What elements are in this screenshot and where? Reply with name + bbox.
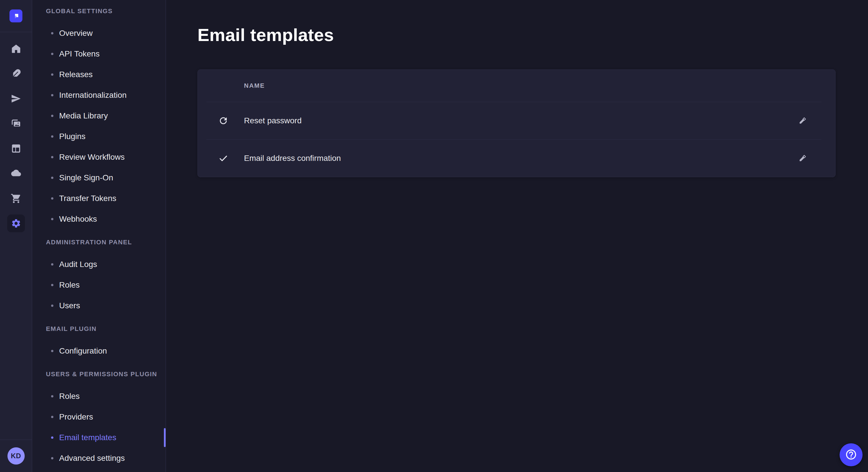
sidebar-item-label: Media Library	[59, 111, 108, 121]
sidebar-item-label: Review Workflows	[59, 153, 125, 162]
main-content: Email templates Name Reset passwordEmail…	[166, 0, 868, 472]
section-label: Administration panel	[32, 238, 166, 247]
layout-icon	[11, 143, 22, 154]
sidebar-item-review-workflows[interactable]: Review Workflows	[32, 147, 166, 167]
section-label: Users & Permissions plugin	[32, 370, 166, 378]
sidebar-item-users[interactable]: Users	[32, 295, 166, 316]
pencil-icon	[797, 115, 808, 126]
sidebar-item-label: Overview	[59, 29, 93, 38]
sidebar-item-label: Audit Logs	[59, 260, 97, 269]
page-title: Email templates	[197, 26, 868, 44]
cloud-icon	[11, 168, 22, 179]
rail-button-gear[interactable]	[0, 211, 32, 236]
rail-button-cloud[interactable]	[0, 161, 32, 186]
logo-container	[0, 0, 32, 32]
table-row[interactable]: Email address confirmation	[198, 140, 835, 177]
paper-plane-icon	[11, 93, 22, 104]
table-row[interactable]: Reset password	[198, 102, 835, 139]
check-icon	[218, 153, 228, 164]
question-mark-icon	[845, 448, 857, 461]
media-library-icon	[11, 118, 22, 129]
sidebar-item-email-templates[interactable]: Email templates	[32, 427, 166, 448]
rail-bottom: KD	[0, 440, 32, 472]
section-label: Email plugin	[32, 325, 166, 333]
bullet-icon	[51, 284, 53, 286]
pencil-icon	[797, 153, 808, 164]
sidebar-item-configuration[interactable]: Configuration	[32, 341, 166, 361]
bullet-icon	[51, 436, 53, 439]
subnav-section: Global settingsOverviewAPI TokensRelease…	[32, 7, 166, 229]
sidebar-item-audit-logs[interactable]: Audit Logs	[32, 254, 166, 275]
rail-button-paper-plane[interactable]	[0, 86, 32, 111]
icon-rail: KD	[0, 0, 32, 472]
sidebar-item-label: Configuration	[59, 346, 107, 356]
column-header-name: Name	[244, 82, 265, 90]
gear-icon	[11, 218, 21, 229]
rail-button-media-library[interactable]	[0, 111, 32, 136]
sidebar-item-webhooks[interactable]: Webhooks	[32, 209, 166, 229]
sidebar-item-single-sign-on[interactable]: Single Sign-On	[32, 167, 166, 188]
sidebar-item-roles[interactable]: Roles	[32, 386, 166, 407]
sidebar-item-plugins[interactable]: Plugins	[32, 126, 166, 147]
sidebar-item-overview[interactable]: Overview	[32, 23, 166, 43]
sidebar-item-label: Webhooks	[59, 214, 97, 224]
sidebar-item-label: Email templates	[59, 433, 116, 442]
subnav-section: Administration panelAudit LogsRolesUsers	[32, 238, 166, 316]
settings-subnav: Global settingsOverviewAPI TokensRelease…	[32, 0, 166, 472]
rail-button-layout[interactable]	[0, 136, 32, 161]
bullet-icon	[51, 135, 53, 138]
cart-icon	[11, 193, 22, 204]
bullet-icon	[51, 416, 53, 418]
bullet-icon	[51, 350, 53, 352]
sidebar-item-label: Providers	[59, 412, 93, 422]
template-name: Reset password	[244, 116, 302, 125]
bullet-icon	[51, 457, 53, 460]
sidebar-item-releases[interactable]: Releases	[32, 64, 166, 85]
strapi-logo-icon[interactable]	[9, 9, 22, 22]
bullet-icon	[51, 395, 53, 398]
subnav-section: Email pluginConfiguration	[32, 325, 166, 361]
help-button[interactable]	[840, 443, 863, 466]
bullet-icon	[51, 218, 53, 220]
edit-button[interactable]	[796, 114, 809, 127]
feather-icon	[11, 68, 22, 79]
template-name: Email address confirmation	[244, 154, 341, 163]
bullet-icon	[51, 73, 53, 76]
sidebar-item-label: Roles	[59, 280, 80, 290]
sidebar-item-label: Internationalization	[59, 91, 127, 100]
bullet-icon	[51, 177, 53, 179]
refresh-icon	[218, 115, 228, 126]
bullet-icon	[51, 263, 53, 266]
bullet-icon	[51, 32, 53, 34]
strapi-admin-app: KD Global settingsOverviewAPI TokensRele…	[0, 0, 868, 472]
sidebar-item-roles[interactable]: Roles	[32, 275, 166, 295]
sidebar-item-label: Users	[59, 301, 80, 310]
table-body: Reset passwordEmail address confirmation	[198, 102, 835, 177]
email-templates-table: Name Reset passwordEmail address confirm…	[197, 69, 836, 177]
sidebar-item-label: Advanced settings	[59, 453, 125, 463]
bullet-icon	[51, 115, 53, 117]
sidebar-item-label: Transfer Tokens	[59, 194, 116, 203]
subnav-section: Users & Permissions pluginRolesProviders…	[32, 370, 166, 469]
bullet-icon	[51, 53, 53, 55]
sidebar-item-label: Single Sign-On	[59, 173, 113, 182]
rail-button-feather[interactable]	[0, 61, 32, 86]
sidebar-item-label: Plugins	[59, 132, 86, 141]
sidebar-item-label: Releases	[59, 70, 93, 79]
sidebar-item-media-library[interactable]: Media Library	[32, 105, 166, 126]
sidebar-item-label: Roles	[59, 392, 80, 401]
sidebar-item-providers[interactable]: Providers	[32, 407, 166, 427]
sidebar-item-transfer-tokens[interactable]: Transfer Tokens	[32, 188, 166, 209]
avatar[interactable]: KD	[7, 447, 25, 465]
bullet-icon	[51, 197, 53, 200]
bullet-icon	[51, 305, 53, 307]
rail-button-cart[interactable]	[0, 186, 32, 211]
active-icon-background	[7, 214, 25, 232]
edit-button[interactable]	[796, 152, 809, 165]
sidebar-item-advanced-settings[interactable]: Advanced settings	[32, 448, 166, 469]
section-label: Global settings	[32, 7, 166, 15]
bullet-icon	[51, 94, 53, 96]
rail-button-home[interactable]	[0, 36, 32, 61]
sidebar-item-internationalization[interactable]: Internationalization	[32, 85, 166, 105]
sidebar-item-api-tokens[interactable]: API Tokens	[32, 43, 166, 64]
